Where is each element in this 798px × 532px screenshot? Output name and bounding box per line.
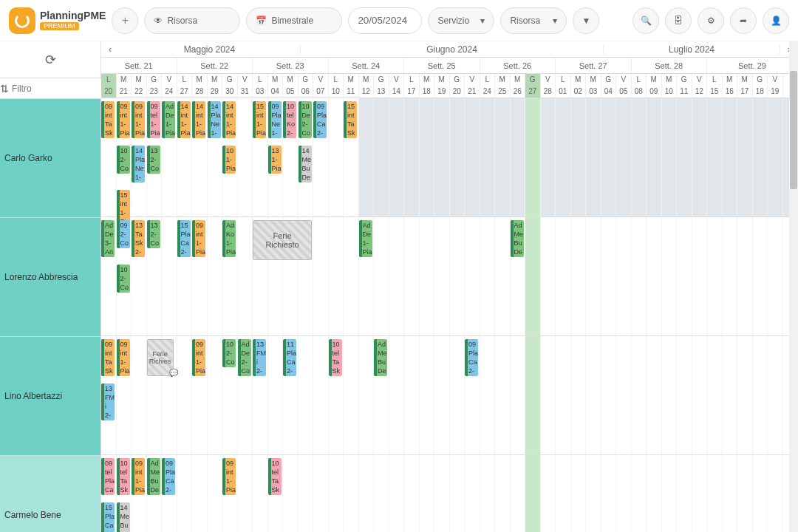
task-block[interactable]: AdDe1-Pia (162, 101, 175, 138)
day-cell[interactable]: L08 (632, 74, 647, 98)
task-block[interactable]: AdMeBuDe (511, 220, 524, 257)
day-cell[interactable]: L27 (177, 74, 193, 98)
day-cell[interactable]: G20 (450, 74, 466, 98)
prev-month-button[interactable]: ‹ (101, 44, 119, 55)
day-cell[interactable]: M11 (344, 74, 359, 98)
day-cell[interactable]: M19 (434, 74, 450, 98)
day-cell[interactable]: M29 (208, 74, 223, 98)
resource-item[interactable]: Lorenzo Abbrescia (0, 218, 100, 337)
resource-item[interactable]: Carlo Garko (0, 99, 100, 218)
day-cell[interactable]: M10 (662, 74, 678, 98)
day-cell[interactable]: G23 (147, 74, 163, 98)
day-cell[interactable]: G13 (374, 74, 389, 98)
day-cell[interactable]: V12 (692, 74, 708, 98)
task-block[interactable]: 131-Pia (268, 146, 282, 174)
task-block[interactable]: 09PlaCa2- (313, 101, 327, 138)
day-cell[interactable]: G30 (222, 74, 238, 98)
task-block[interactable]: 09int1-Pia (192, 220, 205, 257)
task-block[interactable]: 132-Co (147, 146, 160, 174)
day-cell[interactable]: M18 (420, 74, 435, 98)
day-cell[interactable]: G18 (753, 74, 768, 98)
task-block[interactable]: 092-Co (117, 220, 130, 248)
data-button[interactable]: 🗄 (665, 7, 692, 34)
user-button[interactable]: 👤 (763, 7, 789, 34)
day-cell[interactable]: V28 (541, 74, 556, 98)
refresh-button[interactable]: ⟳ (45, 52, 56, 68)
day-cell[interactable]: M26 (511, 74, 526, 98)
task-block[interactable]: 13FMi2- (101, 383, 115, 420)
sort-button[interactable]: ⇅ (0, 83, 9, 95)
day-cell[interactable]: L01 (556, 74, 571, 98)
task-block[interactable]: AdDe3-An (101, 220, 115, 257)
task-block[interactable]: 102-Co (117, 265, 130, 293)
task-block[interactable]: 09telPlaCa (101, 458, 115, 495)
task-block[interactable]: 10telTaSk (329, 339, 342, 376)
task-block[interactable]: AdMeBuDe (374, 339, 387, 376)
period-select[interactable]: 📅Bimestrale (246, 7, 342, 34)
task-block[interactable]: 11PlaCa2- (283, 339, 296, 376)
day-cell[interactable]: V19 (768, 74, 783, 98)
day-cell[interactable]: L10 (329, 74, 344, 98)
task-block[interactable]: 102-Co (222, 339, 236, 367)
day-cell[interactable]: V07 (313, 74, 329, 98)
task-block[interactable]: 09intTaSk (101, 101, 115, 138)
task-block[interactable]: 13FMi2- (253, 339, 266, 376)
filter-button[interactable]: ▼ (573, 7, 599, 34)
task-block[interactable]: 09int1-Pia (117, 101, 130, 138)
task-block[interactable]: 14int1-Pia (222, 101, 236, 138)
day-cell[interactable]: V31 (238, 74, 253, 98)
task-block[interactable]: AdMeBuDe (147, 458, 160, 495)
day-cell[interactable]: V21 (465, 74, 480, 98)
comment-icon[interactable]: 💬 (169, 369, 178, 377)
task-block[interactable]: 15PlaCa2- (177, 220, 191, 257)
share-button[interactable]: ➦ (730, 7, 757, 34)
day-cell[interactable]: L03 (253, 74, 268, 98)
day-cell[interactable]: G04 (601, 74, 617, 98)
scrollbar-thumb[interactable] (790, 71, 797, 189)
day-cell[interactable]: M17 (737, 74, 753, 98)
date-input[interactable] (348, 7, 422, 34)
task-block[interactable]: 10telKo2- (283, 101, 296, 138)
timeline-row[interactable] (101, 455, 798, 532)
task-block[interactable]: 102-Co (117, 146, 130, 174)
task-block[interactable]: AdDe1-Pia (359, 220, 372, 257)
task-block[interactable]: 15int1-Pia (253, 101, 266, 138)
task-block[interactable]: 14MeBuDe (299, 146, 312, 183)
day-cell[interactable]: M04 (268, 74, 284, 98)
task-block[interactable]: 09PlaCa2- (465, 339, 478, 376)
task-block[interactable]: 101-Pia (222, 146, 236, 174)
settings-button[interactable]: ⚙ (698, 7, 724, 34)
day-cell[interactable]: M12 (359, 74, 375, 98)
task-block[interactable]: AdKo1-Pia (222, 220, 236, 257)
vertical-scrollbar[interactable] (789, 41, 798, 532)
task-block[interactable]: 14int1-Pia (177, 101, 191, 138)
day-cell[interactable]: M28 (192, 74, 208, 98)
task-block[interactable]: 09int1-Pia (192, 339, 205, 376)
day-cell[interactable]: V24 (162, 74, 177, 98)
task-block[interactable]: 132-Co (147, 220, 160, 248)
day-cell[interactable]: L24 (480, 74, 496, 98)
vacation-block[interactable]: FerieRichiesto (253, 220, 312, 260)
day-cell[interactable]: M21 (117, 74, 132, 98)
task-block[interactable]: 10telTaSk (268, 458, 282, 495)
task-block[interactable]: 09int1-Pia (132, 101, 145, 138)
day-cell[interactable]: M22 (132, 74, 147, 98)
search-button[interactable]: 🔍 (632, 7, 659, 34)
day-cell[interactable]: M05 (283, 74, 299, 98)
resource-select[interactable]: 👁Risorsa (144, 7, 240, 34)
task-block[interactable]: 09PlaNe1- (268, 101, 282, 138)
day-cell[interactable]: M02 (571, 74, 587, 98)
day-cell[interactable]: M25 (495, 74, 511, 98)
day-cell[interactable]: M03 (586, 74, 601, 98)
task-block[interactable]: AdDe2-Co (238, 339, 251, 376)
day-cell[interactable]: L17 (404, 74, 420, 98)
task-block[interactable]: 10telTaSk (117, 458, 130, 495)
task-block[interactable]: 14int1-Pia (192, 101, 205, 138)
resource2-select[interactable]: Risorsa▾ (500, 7, 567, 34)
task-block[interactable]: 14MeBuDe (117, 502, 130, 532)
task-block[interactable]: 15intTaSk (344, 101, 357, 138)
task-block[interactable]: 09int1-Pia (132, 458, 145, 495)
task-block[interactable]: 09int1-Pia (222, 458, 236, 495)
task-block[interactable]: 14PlaNe1- (208, 101, 221, 138)
day-cell[interactable]: V05 (616, 74, 632, 98)
